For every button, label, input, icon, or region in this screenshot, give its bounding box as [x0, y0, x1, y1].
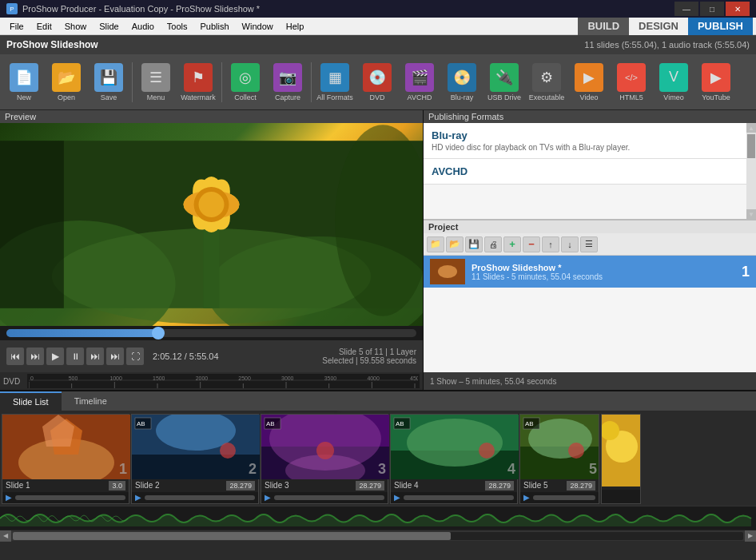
menu-edit[interactable]: Edit: [30, 18, 58, 35]
avchd-label: AVCHD: [408, 93, 432, 101]
toolbar-collect-button[interactable]: ◎ Collect: [225, 57, 266, 108]
project-print-button[interactable]: 🖨: [484, 236, 502, 252]
tab-timeline[interactable]: Timeline: [62, 391, 120, 411]
format-item-avchd[interactable]: AVCHD: [424, 159, 746, 185]
toolbar-watermark-button[interactable]: ⚑ Watermark: [177, 57, 219, 108]
toolbar-vimeo-button[interactable]: V Vimeo: [653, 57, 694, 108]
svg-point-47: [220, 443, 236, 459]
publish-status-text: 1 Show – 5 minutes, 55.04 seconds: [430, 377, 556, 386]
slide-3-name: Slide 3: [265, 481, 289, 490]
slide-2-play-icon[interactable]: ▶: [135, 493, 141, 502]
svg-text:3500: 3500: [324, 375, 337, 381]
project-remove-button[interactable]: −: [523, 236, 540, 252]
slide-item-6-partial[interactable]: [601, 414, 641, 504]
horizontal-scrollbar[interactable]: ◀ ▶: [0, 530, 756, 541]
minimize-button[interactable]: —: [674, 2, 698, 16]
toolbar-menu-button[interactable]: ☰ Menu: [135, 57, 177, 108]
toolbar-executable-button[interactable]: ⚙ Executable: [526, 57, 567, 108]
scroll-left-button[interactable]: ◀: [0, 530, 11, 542]
menu-help[interactable]: Help: [280, 18, 311, 35]
project-save-button[interactable]: 💾: [465, 236, 483, 252]
html5-label: HTML5: [619, 93, 643, 101]
slide-4-info-bar: Slide 4 28.279: [391, 479, 517, 492]
window-controls: — □ ✕: [674, 2, 750, 16]
project-down-button[interactable]: ↓: [561, 236, 579, 252]
bluray-icon: 📀: [448, 63, 476, 92]
toolbar-open-button[interactable]: 📂 Open: [46, 57, 87, 108]
step-back-button[interactable]: ⏭: [26, 348, 44, 365]
slide-1-play-bar: ▶: [2, 492, 129, 503]
play-button[interactable]: ▶: [46, 348, 64, 365]
slide-5-play-icon[interactable]: ▶: [523, 493, 530, 502]
close-button[interactable]: ✕: [726, 2, 750, 16]
preview-svg: [0, 123, 423, 326]
project-up-button[interactable]: ↑: [542, 236, 559, 252]
slide-2-name: Slide 2: [135, 481, 160, 490]
progress-bar-container[interactable]: [0, 326, 423, 340]
slide-1-play-icon[interactable]: ▶: [6, 493, 12, 502]
slide-item-1[interactable]: 1 Slide 1 3.0 ▶: [2, 414, 129, 504]
menu-slide[interactable]: Slide: [93, 18, 125, 35]
format-scrollbar[interactable]: ▲ ▼: [746, 123, 756, 219]
toolbar-capture-button[interactable]: 📷 Capture: [267, 57, 308, 108]
toolbar-html5-button[interactable]: </> HTML5: [611, 57, 652, 108]
toolbar-new-button[interactable]: 📄 New: [3, 57, 45, 108]
skip-to-start-button[interactable]: ⏮: [6, 348, 24, 365]
menu-window[interactable]: Window: [236, 18, 280, 35]
project-list-view-button[interactable]: ☰: [580, 236, 598, 252]
maximize-button[interactable]: □: [700, 2, 724, 16]
slide-4-play-icon[interactable]: ▶: [394, 493, 400, 502]
build-button[interactable]: BUILD: [578, 18, 629, 35]
progress-handle[interactable]: [152, 327, 165, 340]
menu-audio[interactable]: Audio: [125, 18, 161, 35]
toolbar-save-button[interactable]: 💾 Save: [88, 57, 129, 108]
slide-item-2[interactable]: AB 2 Slide 2 28.279 ▶: [131, 414, 259, 504]
menu-tools[interactable]: Tools: [161, 18, 194, 35]
scroll-track[interactable]: [13, 532, 743, 540]
toolbar-dvd-button[interactable]: 💿 DVD: [356, 57, 398, 108]
toolbar-bluray-button[interactable]: 📀 Blu-ray: [441, 57, 483, 108]
slide-1-number: 1: [119, 461, 127, 478]
toolbar-separator-2: [221, 62, 222, 102]
fullscreen-button[interactable]: ⛶: [126, 348, 144, 365]
toolbar-avchd-button[interactable]: 🎬 AVCHD: [399, 57, 440, 108]
slide-1-progress: [15, 495, 125, 500]
format-item-bluray[interactable]: Blu-ray HD video disc for playback on TV…: [424, 123, 746, 159]
scroll-down-arrow[interactable]: ▼: [746, 209, 756, 219]
slide-1-name: Slide 1: [6, 481, 30, 490]
scroll-thumb[interactable]: [747, 134, 755, 158]
toolbar-allformats-button[interactable]: ▦ All Formats: [314, 57, 356, 108]
preview-label: Preview: [0, 110, 423, 123]
toolbar-youtube-button[interactable]: ▶ YouTube: [695, 57, 737, 108]
menu-file[interactable]: File: [3, 18, 30, 35]
design-button[interactable]: DESIGN: [629, 18, 688, 35]
project-open-button[interactable]: 📂: [446, 236, 464, 252]
tab-slide-list[interactable]: Slide List: [0, 391, 62, 411]
format-name-bluray: Blu-ray: [432, 129, 738, 141]
scroll-right-button[interactable]: ▶: [745, 530, 756, 542]
scroll-thumb-h[interactable]: [13, 532, 451, 540]
menu-show[interactable]: Show: [58, 18, 94, 35]
project-folder-button[interactable]: 📁: [427, 236, 444, 252]
slide-item-4[interactable]: AB 4 Slide 4 28.279 ▶: [390, 414, 518, 504]
pause-button[interactable]: ⏸: [66, 348, 84, 365]
allformats-icon: ▦: [320, 63, 349, 92]
svg-point-66: [568, 443, 584, 459]
progress-bar[interactable]: [6, 329, 416, 337]
slide-2-info-bar: Slide 2 28.279: [132, 479, 258, 492]
svg-rect-14: [29, 374, 418, 388]
skip-to-end-button[interactable]: ⏭: [106, 348, 124, 365]
slide-item-3[interactable]: AB 3 Slide 3 28.279 ▶ Slide 5 No Slide S…: [261, 414, 388, 504]
slide-3-play-icon[interactable]: ▶: [265, 493, 271, 502]
capture-label: Capture: [275, 93, 300, 101]
project-item[interactable]: ProShow Slideshow * 11 Slides - 5 minute…: [424, 256, 756, 288]
scroll-up-arrow[interactable]: ▲: [746, 123, 756, 133]
slide-item-5[interactable]: AB 5 Slide 5 28.279 ▶: [519, 414, 599, 504]
menu-publish[interactable]: Publish: [194, 18, 236, 35]
toolbar-usbdrive-button[interactable]: 🔌 USB Drive: [483, 57, 525, 108]
step-forward-button[interactable]: ⏭: [86, 348, 104, 365]
publishing-pane: Publishing Formats Blu-ray HD video disc…: [424, 110, 756, 390]
publish-button[interactable]: PUBLISH: [688, 18, 753, 35]
project-add-button[interactable]: +: [503, 236, 521, 252]
toolbar-video-button[interactable]: ▶ Video: [568, 57, 610, 108]
